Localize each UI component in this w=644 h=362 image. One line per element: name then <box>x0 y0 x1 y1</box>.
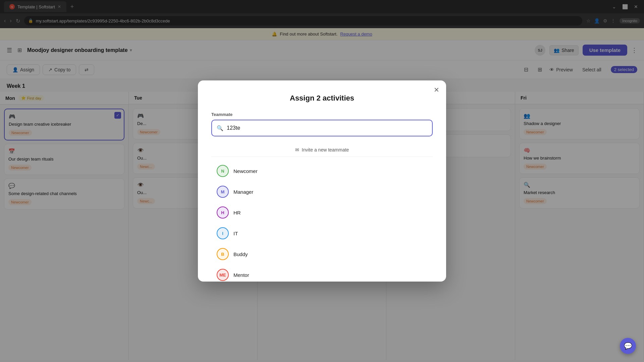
teammate-item-it[interactable]: I IT <box>211 223 433 243</box>
modal-overlay[interactable]: ✕ Assign 2 activities Teammate 🔍 ✉ Invit… <box>0 0 644 362</box>
envelope-icon: ✉ <box>295 147 299 153</box>
invite-teammate-row[interactable]: ✉ Invite a new teammate <box>211 143 433 157</box>
teammate-item-newcomer[interactable]: N Newcomer <box>211 161 433 181</box>
teammate-avatar-mentor: ME <box>217 269 229 281</box>
assign-modal: ✕ Assign 2 activities Teammate 🔍 ✉ Invit… <box>198 80 446 282</box>
modal-title: Assign 2 activities <box>211 94 433 103</box>
chat-support-button[interactable]: 💬 <box>620 338 636 354</box>
teammate-label: Teammate <box>211 112 433 117</box>
teammate-item-hr[interactable]: H HR <box>211 202 433 223</box>
teammate-item-buddy[interactable]: B Buddy <box>211 244 433 264</box>
teammate-name: Newcomer <box>233 168 258 174</box>
teammate-item-mentor[interactable]: ME Mentor <box>211 265 433 282</box>
teammate-search-input[interactable] <box>227 125 427 131</box>
teammate-avatar-buddy: B <box>217 248 229 260</box>
search-icon: 🔍 <box>217 125 223 131</box>
teammate-name: Mentor <box>233 272 249 278</box>
teammate-avatar-manager: M <box>217 186 229 198</box>
teammate-name: Manager <box>233 189 253 195</box>
teammate-name: IT <box>233 231 238 236</box>
teammate-item-manager[interactable]: M Manager <box>211 182 433 202</box>
teammate-list: N Newcomer M Manager H HR I IT B Buddy <box>211 161 433 282</box>
teammate-avatar-hr: H <box>217 206 229 219</box>
teammate-avatar-it: I <box>217 227 229 239</box>
teammate-search-wrap: 🔍 <box>211 120 433 136</box>
teammate-avatar-newcomer: N <box>217 165 229 177</box>
modal-close-button[interactable]: ✕ <box>434 86 439 94</box>
invite-label: Invite a new teammate <box>302 147 349 153</box>
teammate-name: Buddy <box>233 251 248 257</box>
teammate-name: HR <box>233 210 241 216</box>
